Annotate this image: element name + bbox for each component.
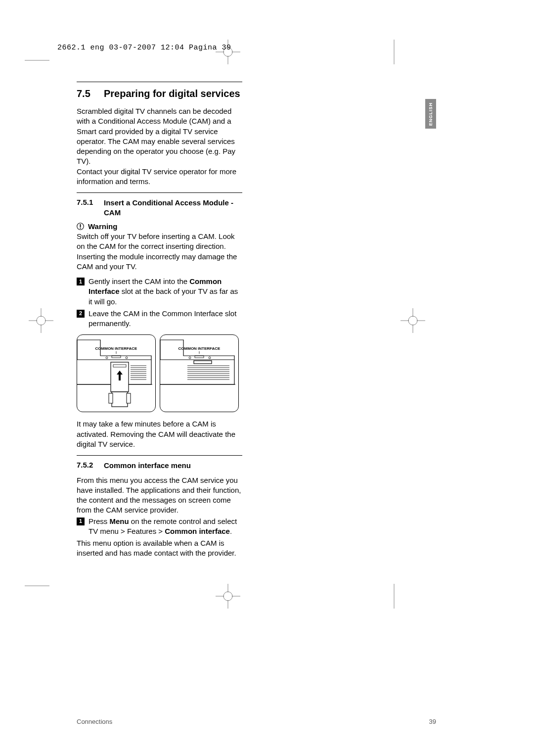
subsection-751-heading: 7.5.1 Insert a Conditional Access Module… — [77, 198, 242, 217]
svg-point-30 — [126, 357, 128, 359]
crop-mark-right — [400, 308, 425, 333]
diagram-inserted-cam: COMMON INTERFACE — [160, 334, 239, 412]
section-number: 7.5 — [77, 88, 104, 99]
crop-mark-top — [216, 40, 240, 64]
crop-mark-bottom — [216, 584, 240, 609]
step-1-752: 1 Press Menu on the remote control and s… — [77, 517, 242, 537]
step-1-text: Gently insert the CAM into the Common In… — [89, 277, 242, 307]
svg-point-21 — [223, 592, 232, 601]
step-number-icon: 1 — [77, 278, 85, 285]
step-1: 1 Gently insert the CAM into the Common … — [77, 277, 242, 307]
subsection-title: Insert a Conditional Access Module - CAM — [104, 198, 242, 217]
crop-corner-br — [392, 584, 396, 609]
content-column: 7.5 Preparing for digital services Scram… — [77, 82, 242, 564]
cam-activation-note: It may take a few minutes before a CAM i… — [77, 419, 242, 449]
svg-rect-42 — [112, 392, 128, 407]
footer-section: Connections — [77, 718, 112, 725]
page-footer: Connections 39 — [77, 718, 436, 725]
svg-rect-44 — [127, 393, 131, 403]
crop-mark-left — [29, 308, 53, 333]
divider — [77, 192, 242, 193]
svg-rect-26 — [80, 228, 81, 229]
section-title: Preparing for digital services — [104, 88, 240, 99]
page-number: 39 — [429, 718, 436, 725]
warning-text: Switch off your TV before inserting a CA… — [77, 232, 242, 272]
intro-paragraph: Scrambled digital TV channels can be dec… — [77, 106, 242, 187]
warning-icon — [77, 223, 84, 230]
common-interface-intro: From this menu you access the CAM servic… — [77, 475, 242, 516]
warning-heading: Warning — [77, 222, 242, 231]
diagram-label: COMMON INTERFACE — [95, 346, 138, 351]
svg-point-29 — [106, 357, 108, 359]
step-number-icon: 2 — [77, 310, 85, 318]
svg-rect-50 — [194, 361, 212, 364]
crop-corner-tr — [392, 40, 396, 64]
crop-corner-bl — [25, 584, 49, 588]
language-tab: ENGLISH — [425, 99, 436, 129]
step-2-text: Leave the CAM in the Common Interface sl… — [89, 309, 242, 329]
svg-point-47 — [189, 357, 191, 359]
diagram-label: COMMON INTERFACE — [178, 346, 221, 351]
subsection-number: 7.5.2 — [77, 461, 104, 469]
svg-point-11 — [37, 316, 45, 325]
svg-rect-25 — [80, 224, 81, 227]
step-1-752-text: Press Menu on the remote control and sel… — [89, 517, 242, 537]
step-2: 2 Leave the CAM in the Common Interface … — [77, 309, 242, 329]
subsection-title: Common interface menu — [104, 461, 191, 471]
subsection-752-heading: 7.5.2 Common interface menu — [77, 461, 242, 471]
svg-point-16 — [408, 316, 417, 325]
diagram-insert-cam: COMMON INTERFACE — [77, 334, 156, 412]
intro-text-1: Scrambled digital TV channels can be dec… — [77, 107, 235, 165]
section-heading: 7.5 Preparing for digital services — [77, 82, 242, 99]
menu-option-note: This menu option is available when a CAM… — [77, 538, 242, 559]
svg-point-4 — [223, 47, 232, 56]
svg-point-48 — [209, 357, 211, 359]
diagram-row: COMMON INTERFACE — [77, 334, 242, 412]
crop-corner-tl — [25, 58, 49, 62]
step-number-icon: 1 — [77, 518, 85, 525]
svg-rect-43 — [109, 393, 113, 403]
print-header: 2662.1 eng 03-07-2007 12:04 Pagina 39 — [57, 44, 231, 52]
warning-label: Warning — [88, 222, 117, 231]
subsection-number: 7.5.1 — [77, 198, 104, 206]
intro-text-2: Contact your digital TV service operator… — [77, 167, 236, 186]
divider — [77, 455, 242, 456]
